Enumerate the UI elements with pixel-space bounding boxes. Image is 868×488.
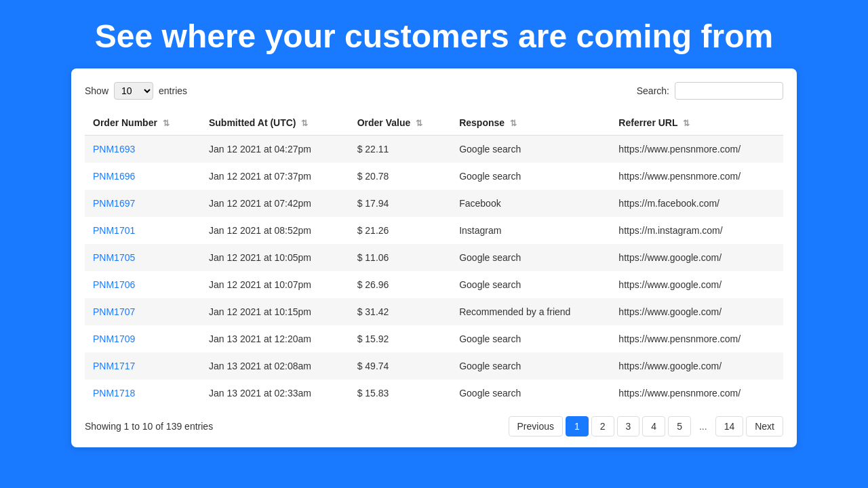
table-header: Order Number ⇅ Submitted At (UTC) ⇅ Orde… (85, 110, 783, 136)
response-cell: Google search (451, 352, 610, 380)
order-number-cell[interactable]: PNM1697 (85, 190, 201, 217)
table-controls-top: Show 10 25 50 100 entries Search: (85, 82, 783, 100)
order-number-cell[interactable]: PNM1701 (85, 217, 201, 244)
order-value-cell: $ 49.74 (349, 352, 452, 380)
show-label: Show (85, 85, 108, 96)
page-3-button[interactable]: 3 (617, 416, 640, 436)
col-referrer-url[interactable]: Referrer URL ⇅ (610, 110, 783, 136)
order-number-link[interactable]: PNM1705 (93, 252, 135, 263)
referrer-url-cell: https://www.pensnmore.com/ (610, 135, 783, 163)
pagination-ellipsis: ... (694, 417, 713, 436)
order-number-link[interactable]: PNM1717 (93, 361, 135, 371)
referrer-url-cell: https://m.facebook.com/ (610, 190, 783, 217)
table-row: PNM1697Jan 12 2021 at 07:42pm$ 17.94Face… (85, 190, 783, 217)
table-row: PNM1701Jan 12 2021 at 08:52pm$ 21.26Inst… (85, 217, 783, 244)
referrer-url-cell: https://www.pensnmore.com/ (610, 163, 783, 190)
order-number-cell[interactable]: PNM1717 (85, 352, 201, 380)
table-row: PNM1705Jan 12 2021 at 10:05pm$ 11.06Goog… (85, 244, 783, 271)
sort-icon-response: ⇅ (510, 119, 517, 128)
order-number-link[interactable]: PNM1693 (93, 144, 135, 155)
order-value-cell: $ 22.11 (349, 135, 452, 163)
response-cell: Google search (451, 135, 610, 163)
entries-select[interactable]: 10 25 50 100 (114, 82, 153, 100)
page-1-button[interactable]: 1 (566, 416, 589, 436)
order-value-cell: $ 15.83 (349, 380, 452, 407)
submitted-at-cell: Jan 12 2021 at 10:05pm (201, 244, 349, 271)
response-cell: Google search (451, 244, 610, 271)
order-value-cell: $ 20.78 (349, 163, 452, 190)
col-order-number[interactable]: Order Number ⇅ (85, 110, 201, 136)
response-cell: Google search (451, 325, 610, 352)
table-row: PNM1706Jan 12 2021 at 10:07pm$ 26.96Goog… (85, 271, 783, 298)
search-area: Search: (637, 82, 783, 100)
page-title: See where your customers are coming from (68, 0, 800, 68)
table-controls-bottom: Showing 1 to 10 of 139 entries Previous … (85, 416, 783, 436)
response-cell: Instagram (451, 217, 610, 244)
order-value-cell: $ 17.94 (349, 190, 452, 217)
search-label: Search: (637, 85, 669, 96)
order-number-cell[interactable]: PNM1705 (85, 244, 201, 271)
order-number-link[interactable]: PNM1696 (93, 171, 135, 182)
previous-button[interactable]: Previous (509, 416, 563, 436)
order-value-cell: $ 26.96 (349, 271, 452, 298)
page-14-button[interactable]: 14 (715, 416, 744, 436)
order-value-cell: $ 21.26 (349, 217, 452, 244)
submitted-at-cell: Jan 13 2021 at 12:20am (201, 325, 349, 352)
submitted-at-cell: Jan 12 2021 at 04:27pm (201, 135, 349, 163)
order-number-link[interactable]: PNM1707 (93, 306, 135, 317)
order-number-link[interactable]: PNM1706 (93, 279, 135, 290)
submitted-at-cell: Jan 13 2021 at 02:08am (201, 352, 349, 380)
referrer-url-cell: https://www.pensnmore.com/ (610, 380, 783, 407)
order-number-cell[interactable]: PNM1709 (85, 325, 201, 352)
submitted-at-cell: Jan 12 2021 at 07:42pm (201, 190, 349, 217)
response-cell: Facebook (451, 190, 610, 217)
submitted-at-cell: Jan 13 2021 at 02:33am (201, 380, 349, 407)
sort-icon-submitted-at: ⇅ (301, 119, 308, 128)
table-row: PNM1709Jan 13 2021 at 12:20am$ 15.92Goog… (85, 325, 783, 352)
table-row: PNM1707Jan 12 2021 at 10:15pm$ 31.42Reco… (85, 298, 783, 325)
col-submitted-at[interactable]: Submitted At (UTC) ⇅ (201, 110, 349, 136)
order-number-link[interactable]: PNM1697 (93, 198, 135, 209)
submitted-at-cell: Jan 12 2021 at 08:52pm (201, 217, 349, 244)
col-order-value[interactable]: Order Value ⇅ (349, 110, 452, 136)
pagination: Previous 1 2 3 4 5 ... 14 Next (509, 416, 784, 436)
referrer-url-cell: https://www.google.com/ (610, 298, 783, 325)
sort-icon-referrer-url: ⇅ (683, 119, 690, 128)
page-5-button[interactable]: 5 (668, 416, 691, 436)
show-entries-control: Show 10 25 50 100 entries (85, 82, 187, 100)
next-button[interactable]: Next (746, 416, 783, 436)
referrer-url-cell: https://www.google.com/ (610, 352, 783, 380)
response-cell: Recommended by a friend (451, 298, 610, 325)
order-number-cell[interactable]: PNM1693 (85, 135, 201, 163)
page-4-button[interactable]: 4 (642, 416, 665, 436)
order-value-cell: $ 31.42 (349, 298, 452, 325)
referrer-url-cell: https://m.instagram.com/ (610, 217, 783, 244)
submitted-at-cell: Jan 12 2021 at 10:07pm (201, 271, 349, 298)
order-value-cell: $ 15.92 (349, 325, 452, 352)
order-number-link[interactable]: PNM1709 (93, 333, 135, 344)
referrer-url-cell: https://www.pensnmore.com/ (610, 325, 783, 352)
table-container: Show 10 25 50 100 entries Search: Order … (71, 68, 797, 447)
page-2-button[interactable]: 2 (591, 416, 614, 436)
response-cell: Google search (451, 163, 610, 190)
showing-text: Showing 1 to 10 of 139 entries (85, 421, 213, 432)
order-number-cell[interactable]: PNM1696 (85, 163, 201, 190)
order-number-cell[interactable]: PNM1718 (85, 380, 201, 407)
order-number-cell[interactable]: PNM1706 (85, 271, 201, 298)
referrer-url-cell: https://www.google.com/ (610, 244, 783, 271)
order-number-cell[interactable]: PNM1707 (85, 298, 201, 325)
entries-label: entries (159, 85, 187, 96)
table-row: PNM1718Jan 13 2021 at 02:33am$ 15.83Goog… (85, 380, 783, 407)
table-row: PNM1717Jan 13 2021 at 02:08am$ 49.74Goog… (85, 352, 783, 380)
response-cell: Google search (451, 271, 610, 298)
order-number-link[interactable]: PNM1701 (93, 225, 135, 236)
response-cell: Google search (451, 380, 610, 407)
submitted-at-cell: Jan 12 2021 at 10:15pm (201, 298, 349, 325)
order-value-cell: $ 11.06 (349, 244, 452, 271)
sort-icon-order-number: ⇅ (163, 119, 170, 128)
col-response[interactable]: Response ⇅ (451, 110, 610, 136)
table-row: PNM1696Jan 12 2021 at 07:37pm$ 20.78Goog… (85, 163, 783, 190)
order-number-link[interactable]: PNM1718 (93, 388, 135, 399)
search-input[interactable] (675, 82, 783, 100)
table-row: PNM1693Jan 12 2021 at 04:27pm$ 22.11Goog… (85, 135, 783, 163)
